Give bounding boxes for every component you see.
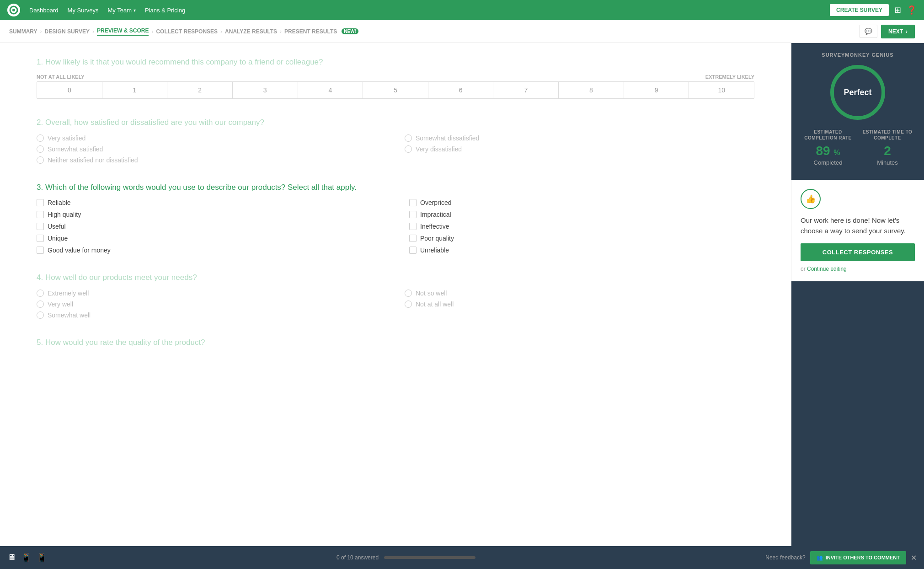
step-design-survey[interactable]: DESIGN SURVEY [45,28,90,35]
q3-option-reliable[interactable]: Reliable [37,199,382,206]
q2-label-very-satisfied: Very satisfied [48,134,85,142]
next-label: NEXT [888,28,903,35]
nav-my-team[interactable]: My Team ▾ [108,7,136,14]
nps-cell-5[interactable]: 5 [363,81,428,99]
step-analyze-results[interactable]: ANALYZE RESULTS [225,28,277,35]
nps-cell-2[interactable]: 2 [167,81,233,99]
step-collect-responses[interactable]: COLLECT RESPONSES [156,28,218,35]
step-navigation: SUMMARY › DESIGN SURVEY › PREVIEW & SCOR… [0,20,924,43]
create-survey-button[interactable]: CREATE SURVEY [830,4,889,16]
invite-others-button[interactable]: 👥 INVITE OTHERS TO COMMENT [810,551,906,564]
q2-option-very-satisfied[interactable]: Very satisfied [37,134,386,142]
step-analyze-results-label: ANALYZE RESULTS [225,28,277,35]
nav-my-surveys[interactable]: My Surveys [68,7,99,14]
q3-checkbox-high-quality[interactable] [37,211,44,218]
q2-option-very-dissatisfied[interactable]: Very dissatisfied [405,145,754,153]
q3-checkbox-unique[interactable] [37,235,44,242]
q2-radio-very-satisfied[interactable] [37,134,44,142]
question-4-block: 4. How well do our products meet your ne… [37,272,754,319]
nps-scale[interactable]: 0 1 2 3 4 5 6 7 8 9 10 [37,81,754,99]
feedback-label: Need feedback? [765,554,805,561]
q3-option-high-quality[interactable]: High quality [37,211,382,218]
step-summary[interactable]: SUMMARY [9,28,37,35]
q4-options: Extremely well Not so well Very well Not… [37,290,754,319]
comment-button[interactable]: 💬 [860,25,877,38]
q4-option-somewhat-well[interactable]: Somewhat well [37,311,386,319]
q3-label-overpriced: Overpriced [420,199,451,206]
q4-option-not-so-well[interactable]: Not so well [405,290,754,297]
q4-radio-very-well[interactable] [37,301,44,308]
nav-dashboard[interactable]: Dashboard [29,7,59,14]
q3-label-ineffective: Ineffective [420,223,449,230]
q3-option-unreliable[interactable]: Unreliable [409,247,754,254]
q2-option-somewhat-satisfied[interactable]: Somewhat satisfied [37,145,386,153]
q2-radio-somewhat-satisfied[interactable] [37,145,44,153]
step-arrow-5: › [280,28,282,35]
q3-checkbox-overpriced[interactable] [409,199,417,206]
q3-option-unique[interactable]: Unique [37,235,382,242]
q3-option-good-value[interactable]: Good value for money [37,247,382,254]
help-icon[interactable]: ❓ [907,5,917,15]
gauge-text: Perfect [844,88,871,97]
completion-value: 89 % [801,144,855,158]
collect-responses-button[interactable]: COLLECT RESPONSES [801,243,915,261]
completion-unit: Completed [801,159,855,166]
q4-radio-not-so-well[interactable] [405,290,412,297]
step-present-results[interactable]: PRESENT RESULTS NEW! [284,28,358,35]
grid-icon[interactable]: ⊞ [894,5,901,15]
completion-label: ESTIMATED COMPLETION RATE [801,129,855,141]
nps-cell-9[interactable]: 9 [624,81,689,99]
nps-cell-6[interactable]: 6 [428,81,494,99]
q3-label-poor-quality: Poor quality [420,235,454,242]
nps-cell-3[interactable]: 3 [232,81,298,99]
question-1-text: How likely is it that you would recommen… [45,58,323,66]
nav-plans-pricing[interactable]: Plans & Pricing [145,7,185,14]
q3-checkbox-unreliable[interactable] [409,247,417,254]
genius-panel: SURVEYMONKEY GENIUS Perfect ESTIMATED CO… [791,43,924,180]
q3-option-overpriced[interactable]: Overpriced [409,199,754,206]
q3-option-useful[interactable]: Useful [37,223,382,230]
survey-content: 1. How likely is it that you would recom… [0,43,791,569]
nps-cell-7[interactable]: 7 [493,81,559,99]
close-feedback-button[interactable]: ✕ [911,553,917,562]
q2-option-neither[interactable]: Neither satisfied nor dissatisfied [37,156,386,164]
q2-radio-neither[interactable] [37,156,44,164]
q3-checkbox-useful[interactable] [37,223,44,230]
q2-radio-very-dissatisfied[interactable] [405,145,412,153]
q3-checkbox-poor-quality[interactable] [409,235,417,242]
q4-option-very-well[interactable]: Very well [37,301,386,308]
q3-checkbox-impractical[interactable] [409,211,417,218]
nps-cell-10[interactable]: 10 [689,81,754,99]
q3-checkbox-ineffective[interactable] [409,223,417,230]
nps-cell-0[interactable]: 0 [37,81,102,99]
q4-radio-not-at-all-well[interactable] [405,301,412,308]
q3-checkbox-reliable[interactable] [37,199,44,206]
q3-checkbox-good-value[interactable] [37,247,44,254]
gauge-circle: Perfect [830,65,885,120]
continue-editing-link[interactable]: Continue editing [807,266,847,272]
main-layout: 1. How likely is it that you would recom… [0,43,924,569]
q4-radio-extremely-well[interactable] [37,290,44,297]
question-1-number: 1. [37,58,43,66]
next-button[interactable]: NEXT › [881,25,915,38]
mobile-icon[interactable]: 📱 [37,553,47,563]
nps-cell-4[interactable]: 4 [298,81,363,99]
progress-text: 0 of 10 answered [336,554,379,561]
q2-radio-somewhat-dissatisfied[interactable] [405,134,412,142]
q3-option-impractical[interactable]: Impractical [409,211,754,218]
q4-option-extremely-well[interactable]: Extremely well [37,290,386,297]
nps-cell-8[interactable]: 8 [558,81,624,99]
step-preview-score-label: PREVIEW & SCORE [97,27,149,34]
nps-cell-1[interactable]: 1 [102,81,168,99]
invite-label: INVITE OTHERS TO COMMENT [826,555,900,560]
q4-option-not-at-all-well[interactable]: Not at all well [405,301,754,308]
q4-radio-somewhat-well[interactable] [37,311,44,319]
q2-option-somewhat-dissatisfied[interactable]: Somewhat dissatisfied [405,134,754,142]
tablet-icon[interactable]: 📱 [21,553,31,563]
q3-option-ineffective[interactable]: Ineffective [409,223,754,230]
desktop-icon[interactable]: 🖥 [7,553,16,563]
step-collect-responses-label: COLLECT RESPONSES [156,28,218,35]
q3-option-poor-quality[interactable]: Poor quality [409,235,754,242]
logo[interactable] [7,4,20,16]
step-preview-score[interactable]: PREVIEW & SCORE [97,27,149,36]
